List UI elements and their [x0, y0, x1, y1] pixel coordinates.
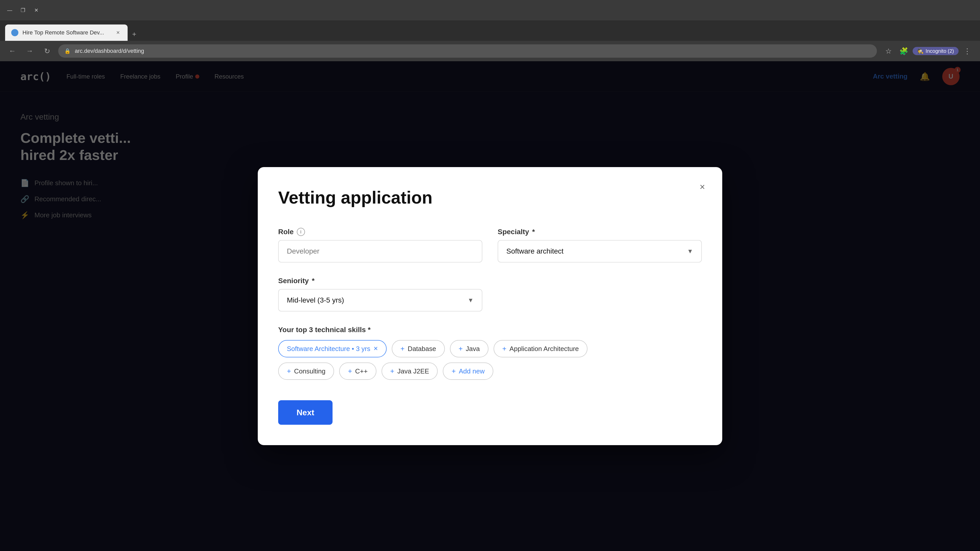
skills-section: Your top 3 technical skills * Software A…: [278, 326, 702, 380]
skills-row-2: + Consulting + C++ + Java J2EE + Add new: [278, 362, 702, 380]
seniority-spacer: [498, 277, 702, 311]
maximize-button[interactable]: ❐: [18, 6, 27, 15]
role-group: Role i: [278, 228, 482, 262]
url-text: arc.dev/dashboard/d/vetting: [75, 48, 144, 54]
skill-tag-cpp[interactable]: + C++: [339, 362, 376, 380]
browser-chrome: — ❐ ✕ Hire Top Remote Software Dev... ✕ …: [0, 0, 980, 61]
seniority-row: Seniority * Mid-level (3-5 yrs) ▼: [278, 277, 702, 311]
tab-title: Hire Top Remote Software Dev...: [22, 29, 110, 36]
skill-plus-java-j2ee: +: [390, 367, 394, 375]
specialty-select[interactable]: Software architect ▼: [498, 240, 702, 262]
skill-tag-software-architecture[interactable]: Software Architecture • 3 yrs ✕: [278, 340, 387, 357]
new-tab-button[interactable]: +: [127, 27, 141, 41]
back-button[interactable]: ←: [6, 45, 18, 57]
skill-plus-application-architecture: +: [502, 345, 506, 353]
seniority-value: Mid-level (3-5 yrs): [287, 296, 344, 304]
seniority-select[interactable]: Mid-level (3-5 yrs) ▼: [278, 289, 482, 311]
skill-label-database: Database: [407, 345, 436, 353]
specialty-dropdown-arrow: ▼: [687, 248, 693, 255]
skills-label: Your top 3 technical skills *: [278, 326, 702, 334]
skill-label-cpp: C++: [355, 367, 368, 375]
modal-title: Vetting application: [278, 187, 702, 207]
incognito-label: Incognito (2): [926, 48, 954, 54]
skills-row-1: Software Architecture • 3 yrs ✕ + Databa…: [278, 340, 702, 357]
seniority-label: Seniority *: [278, 277, 482, 285]
role-info-icon[interactable]: i: [297, 228, 305, 236]
skill-label-software-architecture: Software Architecture • 3 yrs: [287, 345, 370, 353]
incognito-icon: 🕵: [917, 48, 924, 54]
bookmark-button[interactable]: ☆: [882, 44, 895, 58]
modal-footer: Next: [278, 400, 702, 425]
remove-skill-software-architecture[interactable]: ✕: [373, 345, 378, 352]
url-input[interactable]: 🔒 arc.dev/dashboard/d/vetting: [58, 44, 877, 58]
add-new-plus-icon: +: [452, 367, 455, 375]
browser-tab-active[interactable]: Hire Top Remote Software Dev... ✕: [5, 24, 127, 41]
close-button[interactable]: ✕: [32, 6, 41, 15]
modal-overlay: × Vetting application Role i Specialty *…: [0, 61, 980, 551]
minimize-button[interactable]: —: [5, 6, 14, 15]
skill-plus-java: +: [458, 345, 463, 353]
menu-button[interactable]: ⋮: [961, 44, 974, 58]
window-controls: — ❐ ✕: [5, 6, 41, 15]
vetting-modal: × Vetting application Role i Specialty *…: [258, 167, 722, 445]
extensions-button[interactable]: 🧩: [897, 44, 911, 58]
skill-tag-java-j2ee[interactable]: + Java J2EE: [382, 362, 438, 380]
add-new-label: Add new: [459, 367, 485, 375]
skills-required-marker: *: [368, 326, 371, 333]
specialty-group: Specialty * Software architect ▼: [498, 228, 702, 262]
skill-tag-java[interactable]: + Java: [450, 340, 488, 357]
skill-label-java-j2ee: Java J2EE: [397, 367, 429, 375]
skill-tag-database[interactable]: + Database: [392, 340, 445, 357]
add-new-skill-button[interactable]: + Add new: [443, 362, 493, 380]
tab-favicon: [11, 29, 18, 36]
specialty-label: Specialty *: [498, 228, 702, 236]
specialty-required-marker: *: [532, 228, 535, 236]
seniority-required-marker: *: [312, 277, 315, 285]
skill-plus-cpp: +: [348, 367, 352, 375]
skill-label-application-architecture: Application Architecture: [509, 345, 579, 353]
tab-close-button[interactable]: ✕: [115, 29, 121, 36]
forward-button[interactable]: →: [24, 45, 36, 57]
skill-label-consulting: Consulting: [294, 367, 325, 375]
skill-label-java: Java: [466, 345, 480, 353]
role-specialty-row: Role i Specialty * Software architect ▼: [278, 228, 702, 262]
incognito-badge: 🕵 Incognito (2): [913, 47, 959, 55]
skill-plus-database: +: [401, 345, 404, 353]
reload-button[interactable]: ↻: [41, 45, 53, 57]
skill-tag-consulting[interactable]: + Consulting: [278, 362, 334, 380]
modal-close-button[interactable]: ×: [695, 179, 710, 195]
address-bar: ← → ↻ 🔒 arc.dev/dashboard/d/vetting ☆ 🧩 …: [0, 41, 980, 61]
seniority-dropdown-arrow: ▼: [468, 297, 474, 304]
lock-icon: 🔒: [64, 48, 71, 54]
role-input[interactable]: [278, 240, 482, 262]
role-label: Role i: [278, 228, 482, 236]
seniority-group: Seniority * Mid-level (3-5 yrs) ▼: [278, 277, 482, 311]
title-bar: — ❐ ✕: [0, 0, 980, 21]
skill-plus-consulting: +: [287, 367, 291, 375]
browser-actions: ☆ 🧩 🕵 Incognito (2) ⋮: [882, 44, 974, 58]
next-button[interactable]: Next: [278, 400, 332, 425]
tab-bar: Hire Top Remote Software Dev... ✕ +: [0, 21, 980, 41]
skill-tag-application-architecture[interactable]: + Application Architecture: [493, 340, 587, 357]
specialty-value: Software architect: [506, 247, 563, 256]
